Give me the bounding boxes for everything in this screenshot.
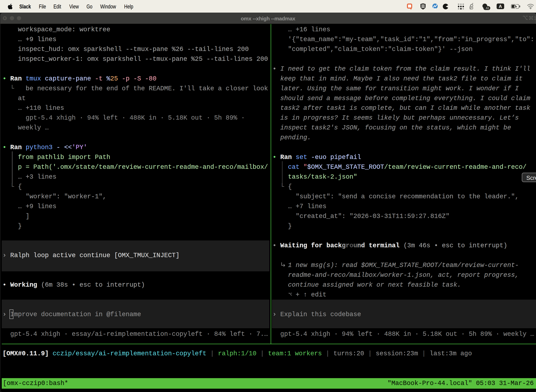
svg-text:..61: ..61	[484, 6, 489, 10]
